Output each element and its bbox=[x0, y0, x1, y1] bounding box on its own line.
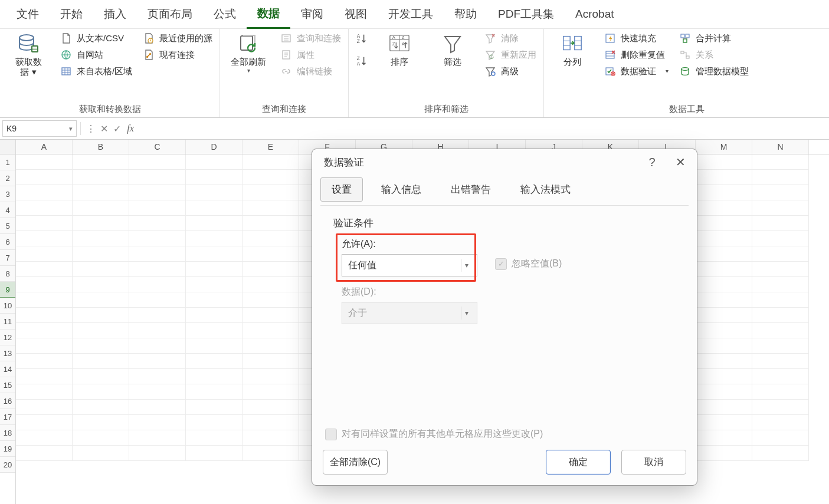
remove-duplicates-button[interactable]: 删除重复值 bbox=[604, 49, 669, 61]
cell[interactable] bbox=[186, 323, 243, 338]
tab-home[interactable]: 开始 bbox=[50, 1, 93, 28]
cell[interactable] bbox=[752, 231, 809, 246]
sort-desc-button[interactable]: ZA bbox=[356, 55, 368, 67]
recent-sources-button[interactable]: 最近使用的源 bbox=[143, 32, 212, 44]
cell[interactable] bbox=[129, 231, 186, 246]
column-header[interactable]: M bbox=[696, 140, 752, 154]
cell[interactable] bbox=[243, 246, 299, 262]
cell[interactable] bbox=[696, 200, 752, 216]
row-header[interactable]: 19 bbox=[0, 441, 15, 457]
cell[interactable] bbox=[16, 415, 73, 430]
allow-dropdown[interactable]: 任何值 ▾ bbox=[342, 254, 477, 276]
cell[interactable] bbox=[16, 400, 73, 415]
tab-help[interactable]: 帮助 bbox=[444, 1, 487, 28]
cell[interactable] bbox=[73, 338, 129, 354]
cell[interactable] bbox=[129, 308, 186, 323]
cell[interactable] bbox=[243, 384, 299, 400]
cell[interactable] bbox=[73, 430, 129, 446]
cell[interactable] bbox=[16, 308, 73, 323]
cell[interactable] bbox=[73, 185, 129, 200]
reapply-button[interactable]: 重新应用 bbox=[484, 49, 536, 61]
cell[interactable] bbox=[186, 446, 243, 461]
cell[interactable] bbox=[129, 154, 186, 170]
ok-button[interactable]: 确定 bbox=[546, 450, 611, 475]
relationships-button[interactable]: 关系 bbox=[679, 49, 749, 61]
dialog-tab-input-message[interactable]: 输入信息 bbox=[370, 177, 432, 202]
cell[interactable] bbox=[73, 308, 129, 323]
from-table-button[interactable]: 来自表格/区域 bbox=[60, 65, 132, 77]
cell[interactable] bbox=[243, 170, 299, 185]
cell[interactable] bbox=[186, 216, 243, 231]
cell[interactable] bbox=[73, 262, 129, 277]
cell[interactable] bbox=[243, 200, 299, 216]
column-header[interactable]: N bbox=[752, 140, 809, 154]
cell[interactable] bbox=[73, 231, 129, 246]
tab-devtools[interactable]: 开发工具 bbox=[378, 1, 444, 28]
column-header[interactable]: A bbox=[16, 140, 73, 154]
cell[interactable] bbox=[752, 308, 809, 323]
row-header[interactable]: 3 bbox=[0, 186, 15, 202]
cell[interactable] bbox=[696, 262, 752, 277]
clear-filter-button[interactable]: 清除 bbox=[484, 32, 536, 44]
cell[interactable] bbox=[73, 277, 129, 292]
cell[interactable] bbox=[186, 400, 243, 415]
cell[interactable] bbox=[243, 415, 299, 430]
cell[interactable] bbox=[696, 246, 752, 262]
cell[interactable] bbox=[73, 400, 129, 415]
row-header[interactable]: 10 bbox=[0, 298, 15, 314]
from-web-button[interactable]: 自网站 bbox=[60, 49, 132, 61]
cell[interactable] bbox=[696, 354, 752, 369]
cell[interactable] bbox=[73, 170, 129, 185]
cell[interactable] bbox=[243, 231, 299, 246]
row-header[interactable]: 11 bbox=[0, 314, 15, 330]
cell[interactable] bbox=[129, 246, 186, 262]
cell[interactable] bbox=[186, 185, 243, 200]
cell[interactable] bbox=[752, 292, 809, 308]
select-all-corner[interactable] bbox=[0, 140, 15, 154]
cell[interactable] bbox=[696, 369, 752, 384]
cell[interactable] bbox=[16, 170, 73, 185]
column-header[interactable]: E bbox=[243, 140, 299, 154]
row-header[interactable]: 1 bbox=[0, 154, 15, 170]
cell[interactable] bbox=[16, 369, 73, 384]
name-box[interactable]: K9▾ bbox=[2, 120, 77, 137]
cell[interactable] bbox=[186, 308, 243, 323]
tab-pagelayout[interactable]: 页面布局 bbox=[137, 1, 203, 28]
cell[interactable] bbox=[186, 369, 243, 384]
cell[interactable] bbox=[186, 354, 243, 369]
cell[interactable] bbox=[129, 354, 186, 369]
cell[interactable] bbox=[243, 446, 299, 461]
cell[interactable] bbox=[752, 262, 809, 277]
cell[interactable] bbox=[16, 200, 73, 216]
filter-button[interactable]: 筛选 bbox=[431, 32, 474, 67]
column-header[interactable]: B bbox=[73, 140, 129, 154]
close-button[interactable]: ✕ bbox=[673, 155, 687, 169]
advanced-filter-button[interactable]: 高级 bbox=[484, 65, 536, 77]
cell[interactable] bbox=[186, 384, 243, 400]
row-header[interactable]: 7 bbox=[0, 250, 15, 266]
properties-button[interactable]: 属性 bbox=[280, 49, 341, 61]
cell[interactable] bbox=[243, 277, 299, 292]
cell[interactable] bbox=[752, 246, 809, 262]
cell[interactable] bbox=[129, 292, 186, 308]
cell[interactable] bbox=[73, 216, 129, 231]
cell[interactable] bbox=[243, 354, 299, 369]
data-model-button[interactable]: 管理数据模型 bbox=[679, 65, 749, 77]
row-header[interactable]: 16 bbox=[0, 393, 15, 409]
cell[interactable] bbox=[16, 323, 73, 338]
cell[interactable] bbox=[243, 430, 299, 446]
vdots-icon[interactable]: ⋮ bbox=[84, 123, 97, 134]
tab-view[interactable]: 视图 bbox=[334, 1, 378, 28]
cell[interactable] bbox=[129, 200, 186, 216]
cell[interactable] bbox=[243, 308, 299, 323]
cell[interactable] bbox=[243, 369, 299, 384]
row-header[interactable]: 20 bbox=[0, 457, 15, 473]
existing-connections-button[interactable]: 现有连接 bbox=[143, 49, 212, 61]
cell[interactable] bbox=[16, 384, 73, 400]
cell[interactable] bbox=[16, 246, 73, 262]
cancel-formula-button[interactable]: ✕ bbox=[97, 123, 110, 134]
cell[interactable] bbox=[696, 384, 752, 400]
cell[interactable] bbox=[752, 216, 809, 231]
cell[interactable] bbox=[243, 262, 299, 277]
cell[interactable] bbox=[752, 323, 809, 338]
